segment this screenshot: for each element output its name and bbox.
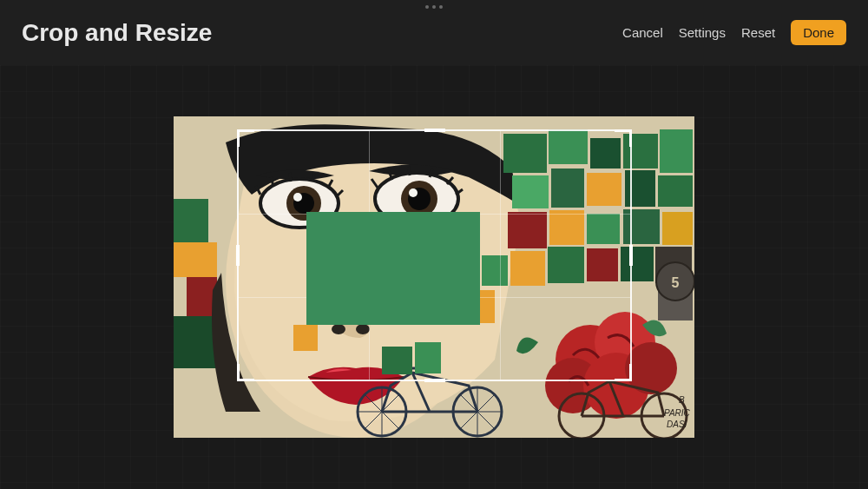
svg-rect-23 — [512, 175, 549, 208]
svg-rect-24 — [551, 169, 584, 208]
svg-rect-18 — [503, 134, 547, 173]
svg-rect-22 — [660, 129, 693, 173]
svg-text:B: B — [679, 395, 685, 405]
header-bar: Crop and Resize Cancel Settings Reset Do… — [0, 0, 868, 65]
svg-rect-27 — [658, 175, 693, 207]
svg-rect-31 — [623, 209, 660, 244]
svg-text:DASI: DASI — [667, 420, 687, 429]
page-title: Crop and Resize — [22, 19, 212, 47]
svg-rect-40 — [482, 255, 508, 286]
svg-rect-61 — [415, 342, 441, 373]
svg-rect-25 — [587, 173, 621, 206]
drag-dot-icon — [425, 5, 429, 9]
svg-point-16 — [332, 324, 345, 334]
svg-rect-29 — [549, 210, 584, 245]
svg-rect-37 — [621, 247, 654, 281]
header-actions: Cancel Settings Reset Done — [622, 20, 846, 45]
done-button[interactable]: Done — [791, 20, 846, 45]
svg-rect-19 — [549, 129, 588, 164]
svg-rect-1 — [174, 199, 208, 242]
svg-rect-2 — [174, 242, 217, 277]
svg-rect-34 — [548, 247, 584, 283]
svg-rect-35 — [587, 248, 618, 281]
svg-rect-26 — [625, 170, 655, 207]
reset-button[interactable]: Reset — [741, 25, 775, 40]
svg-rect-20 — [590, 138, 621, 169]
drag-dot-icon — [439, 5, 443, 9]
svg-text:PARIC: PARIC — [664, 408, 691, 418]
svg-rect-60 — [382, 347, 412, 374]
svg-text:5: 5 — [672, 275, 680, 290]
svg-point-17 — [356, 324, 370, 334]
svg-rect-28 — [508, 212, 547, 248]
svg-rect-30 — [587, 214, 620, 244]
svg-point-10 — [293, 193, 302, 202]
svg-rect-21 — [623, 134, 658, 169]
editor-canvas[interactable]: 5 — [0, 65, 868, 489]
cancel-button[interactable]: Cancel — [622, 25, 663, 40]
svg-rect-33 — [510, 251, 545, 286]
selection-patch[interactable] — [306, 212, 480, 325]
svg-rect-32 — [662, 212, 693, 245]
drag-dot-icon — [432, 5, 436, 9]
svg-rect-62 — [293, 325, 318, 351]
image-preview[interactable]: 5 — [174, 116, 694, 438]
settings-button[interactable]: Settings — [679, 25, 726, 40]
window-drag-handle[interactable] — [425, 5, 443, 9]
svg-point-15 — [409, 188, 418, 197]
